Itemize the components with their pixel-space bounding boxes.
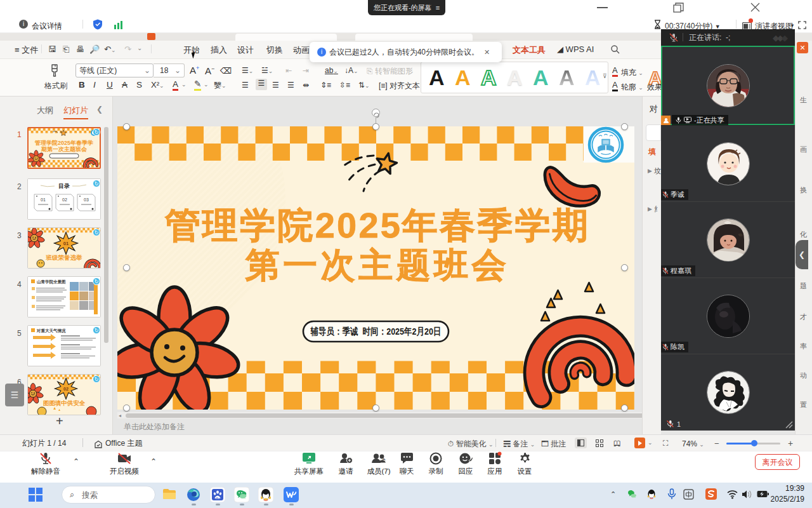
svg-text:02: 02 bbox=[63, 387, 69, 392]
svg-text:对重大天气情况: 对重大天气情况 bbox=[36, 328, 66, 333]
svg-text:山青学院全景图: 山青学院全景图 bbox=[37, 279, 66, 284]
svg-text:第一次主题班会: 第一次主题班会 bbox=[245, 246, 510, 284]
svg-text:02: 02 bbox=[62, 197, 67, 202]
svg-text:du: du bbox=[215, 497, 220, 500]
svg-text:01: 01 bbox=[41, 197, 46, 202]
svg-text:目录: 目录 bbox=[58, 183, 70, 189]
svg-text:管理学院2025年春季学: 管理学院2025年春季学 bbox=[34, 140, 93, 146]
svg-text:期第一次主题班会: 期第一次主题班会 bbox=[41, 146, 88, 152]
svg-text:班级荣誉选举: 班级荣誉选举 bbox=[46, 254, 83, 261]
svg-text:01: 01 bbox=[63, 241, 69, 246]
svg-text:管理学院2025年春季学期: 管理学院2025年春季学期 bbox=[164, 205, 590, 245]
svg-text:03: 03 bbox=[84, 197, 89, 202]
svg-text:辅导员：季诚 时间：2025年2月20日: 辅导员：季诚 时间：2025年2月20日 bbox=[310, 326, 442, 337]
svg-text:图图填中供安全: 图图填中供安全 bbox=[43, 399, 86, 406]
